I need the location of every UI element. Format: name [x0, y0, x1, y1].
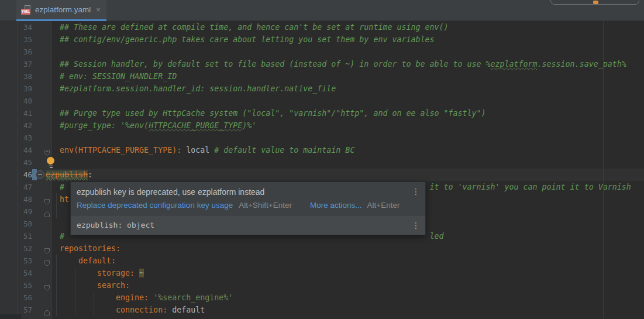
- toolbar-control-icon: [593, 1, 598, 4]
- code-line: [0, 156, 644, 169]
- popup-menu-icon[interactable]: ⋮: [412, 187, 420, 196]
- annotation-column-line: [17, 21, 18, 319]
- code-line: # env: SESSION_HANDLER_ID: [0, 70, 644, 83]
- unfold-circle-icon[interactable]: [36, 170, 44, 179]
- code-line: #purge_type: '%env(HTTPCACHE_PURGE_TYPE)…: [0, 119, 644, 132]
- code-editor[interactable]: 3435363738394041424344454647484950515253…: [0, 21, 644, 319]
- more-actions-shortcut: Alt+Enter: [367, 201, 400, 210]
- indent-guide: [56, 255, 57, 316]
- code-line: ## Session handler, by default set to fi…: [0, 58, 644, 70]
- inspection-popup-main: ezpublish key is deprecated, use ezplatf…: [71, 182, 425, 215]
- code-line: repositories:: [0, 242, 644, 255]
- code-line: ## Purge type used by HttpCache system (…: [0, 107, 644, 119]
- toolbar-control[interactable]: [550, 0, 639, 5]
- tab-ezplatform-yaml[interactable]: YML ezplatform.yaml ×: [16, 0, 106, 21]
- code-line: default:: [0, 255, 644, 267]
- code-line: connection: default: [0, 304, 644, 316]
- more-actions-link[interactable]: More actions...: [310, 201, 362, 210]
- inspection-actions: Replace deprecated configuration key usa…: [77, 201, 418, 210]
- doc-text: ezpublish: object: [77, 221, 154, 229]
- code-line: [0, 132, 644, 144]
- ide-window: YML ezplatform.yaml × 343536373839404142…: [0, 0, 644, 319]
- inspection-doc-section: ezpublish: object ⋮: [71, 215, 425, 235]
- deprecated-key[interactable]: ezpublish: [46, 170, 88, 179]
- inspection-message: ezpublish key is deprecated, use ezplatf…: [77, 187, 418, 197]
- bottom-corner-patch: [0, 314, 21, 319]
- intention-bulb-icon[interactable]: [47, 157, 55, 168]
- inspection-popup: ezpublish key is deprecated, use ezplatf…: [70, 181, 426, 235]
- code-line: ezpublish:: [0, 169, 644, 181]
- code-line: search:: [0, 279, 644, 291]
- quick-fix-shortcut: Alt+Shift+Enter: [239, 201, 292, 210]
- indent-guide: [56, 193, 57, 218]
- tab-filename: ezplatform.yaml: [35, 5, 91, 14]
- code-line: [0, 95, 644, 107]
- code-line: ## config/env/generic.php takes care abo…: [0, 33, 644, 46]
- yaml-file-icon: YML: [21, 5, 31, 15]
- yml-badge: YML: [21, 9, 30, 15]
- code-line: ## These are defined at compile time, an…: [0, 21, 644, 33]
- code-line: engine: '%search_engine%': [0, 291, 644, 304]
- indent-guide: [94, 291, 94, 316]
- indent-guide: [75, 267, 75, 316]
- quick-fix-link[interactable]: Replace deprecated configuration key usa…: [77, 201, 233, 210]
- doc-menu-icon[interactable]: ⋮: [412, 221, 420, 230]
- code-line: env(HTTPCACHE_PURGE_TYPE): local # defau…: [0, 144, 644, 156]
- code-line: #ezplatform.session.handler_id: session.…: [0, 83, 644, 95]
- code-line: storage: ~: [0, 267, 644, 279]
- right-margin-guide: [603, 21, 604, 319]
- tab-close-icon[interactable]: ×: [96, 6, 101, 13]
- editor-tab-bar: YML ezplatform.yaml ×: [0, 0, 644, 21]
- code-line: [0, 46, 644, 58]
